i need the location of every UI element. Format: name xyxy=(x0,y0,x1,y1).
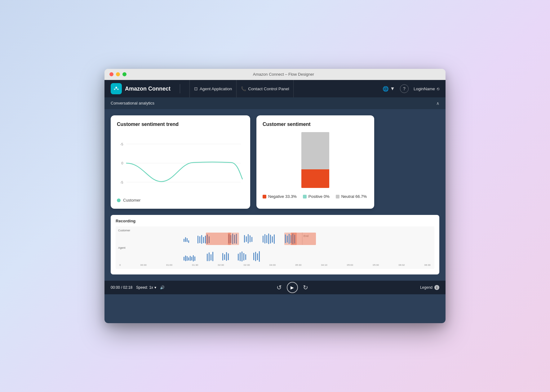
globe-icon: 🌐 xyxy=(383,86,389,92)
agent-track-label: Agent xyxy=(118,246,432,249)
speed-control[interactable]: Speed: 1x ▾ xyxy=(136,285,156,290)
sentiment-card-title: Customer sentiment xyxy=(263,122,368,127)
browser-title: Amazon Connect – Flow Designer xyxy=(126,72,441,77)
agent-application-link[interactable]: ⊡ Agent Application xyxy=(189,80,237,97)
nav-right: 🌐 ▼ ? LoginName ⎋ xyxy=(383,84,439,93)
playback-left: 00:00 / 02:18 Speed: 1x ▾ 🔊 xyxy=(111,285,165,290)
collapse-button[interactable]: ∧ xyxy=(436,101,439,106)
globe-button[interactable]: 🌐 ▼ xyxy=(383,86,395,92)
browser-window: Amazon Connect – Flow Designer Amazon Co… xyxy=(104,69,446,323)
cards-row: Customer sentiment trend -5 0 -5 xyxy=(104,109,446,209)
time-mark-200: 02:00 xyxy=(218,264,224,266)
speed-label: Speed: xyxy=(136,285,148,290)
conversational-analytics-tab[interactable]: Conversational analytics xyxy=(111,98,154,109)
current-time: 00:00 xyxy=(111,285,120,290)
app-content: Amazon Connect ⊡ Agent Application 📞 Con… xyxy=(104,80,446,323)
svg-rect-32 xyxy=(251,237,252,242)
legend-neutral: Neutral 66.7% xyxy=(336,194,367,199)
speed-chevron: ▾ xyxy=(154,285,156,290)
legend-label: Legend xyxy=(420,285,432,290)
total-time: 02:18 xyxy=(123,285,132,290)
svg-rect-11 xyxy=(184,239,184,242)
close-button[interactable] xyxy=(109,72,113,76)
time-mark-602: 06:02 xyxy=(399,264,405,266)
svg-rect-14 xyxy=(188,240,189,243)
play-pause-button[interactable]: ▶ xyxy=(287,282,298,293)
svg-rect-61 xyxy=(222,253,223,261)
svg-rect-66 xyxy=(240,252,241,261)
rewind-button[interactable]: ↺ xyxy=(277,284,282,291)
svg-rect-31 xyxy=(250,235,251,242)
svg-rect-41 xyxy=(285,234,286,243)
svg-rect-50 xyxy=(185,256,186,261)
globe-chevron: ▼ xyxy=(390,86,395,91)
svg-rect-73 xyxy=(259,251,260,262)
trend-chart-svg: -5 0 -5 xyxy=(117,132,244,194)
fullscreen-button[interactable] xyxy=(122,72,126,76)
svg-rect-12 xyxy=(185,237,186,242)
svg-rect-42 xyxy=(287,236,288,243)
svg-text:-5: -5 xyxy=(120,142,123,146)
customer-sentiment-card: Customer sentiment Negative 33.3% xyxy=(256,115,374,209)
svg-rect-15 xyxy=(197,236,198,243)
svg-rect-39 xyxy=(274,234,275,244)
svg-rect-68 xyxy=(243,253,244,261)
agent-waveform-svg xyxy=(118,250,432,262)
svg-rect-38 xyxy=(272,236,273,243)
legend-info-icon[interactable]: ℹ xyxy=(434,285,439,290)
svg-rect-54 xyxy=(191,257,192,261)
time-mark-630: 06:30 xyxy=(424,264,431,266)
nav-divider xyxy=(180,84,180,93)
legend-label-customer: Customer xyxy=(123,198,140,203)
legend-negative: Negative 33.3% xyxy=(263,194,297,199)
bar-neutral xyxy=(301,132,329,169)
time-mark-100: 01:00 xyxy=(166,264,172,266)
svg-rect-56 xyxy=(194,256,195,261)
svg-rect-43 xyxy=(289,234,290,244)
agent-waveform xyxy=(118,250,432,262)
sentiment-trend-card: Customer sentiment trend -5 0 -5 xyxy=(111,115,250,209)
waveform-area: Customer xyxy=(116,226,434,269)
recording-title: Recording xyxy=(116,219,434,223)
svg-text:-5: -5 xyxy=(120,180,123,184)
svg-rect-34 xyxy=(264,234,265,243)
svg-rect-35 xyxy=(266,235,267,243)
play-icon: ▶ xyxy=(291,285,294,290)
recording-section: Recording Customer xyxy=(111,215,439,274)
forward-button[interactable]: ↻ xyxy=(303,284,308,291)
minimize-button[interactable] xyxy=(116,72,120,76)
time-mark-550: 05:30 xyxy=(373,264,379,266)
traffic-lights xyxy=(109,72,126,76)
username-label: LoginName xyxy=(414,87,435,91)
customer-waveform-svg: End xyxy=(118,233,432,245)
playback-right: Legend ℹ xyxy=(420,285,439,290)
svg-rect-72 xyxy=(257,253,258,260)
phone-icon: 📞 xyxy=(241,86,246,91)
nav-brand: Amazon Connect xyxy=(125,86,171,92)
svg-rect-65 xyxy=(238,254,239,261)
agent-application-label: Agent Application xyxy=(200,87,232,91)
svg-rect-28 xyxy=(244,235,245,243)
svg-rect-49 xyxy=(184,257,184,261)
svg-point-0 xyxy=(115,87,117,89)
highlight-2 xyxy=(291,233,316,245)
svg-rect-52 xyxy=(188,257,189,261)
help-button[interactable]: ? xyxy=(400,84,409,93)
svg-rect-63 xyxy=(226,252,227,261)
negative-label: Negative 33.3% xyxy=(268,194,297,199)
svg-rect-36 xyxy=(268,234,269,244)
svg-rect-29 xyxy=(246,236,247,242)
bar-negative xyxy=(301,169,329,188)
time-display: 00:00 / 02:18 xyxy=(111,285,132,290)
monitor-icon: ⊡ xyxy=(194,86,198,91)
svg-rect-60 xyxy=(212,252,213,261)
customer-track-label: Customer xyxy=(118,229,432,232)
stacked-bar-container xyxy=(263,132,368,188)
svg-rect-57 xyxy=(207,254,208,261)
user-menu[interactable]: LoginName ⎋ xyxy=(414,87,439,91)
customer-waveform: End xyxy=(118,233,432,245)
sentiment-legend: Negative 33.3% Positive 0% Neutral 66.7% xyxy=(263,194,368,199)
volume-icon[interactable]: 🔊 xyxy=(160,285,165,290)
time-mark-500: 05:00 xyxy=(347,264,353,266)
contact-control-panel-link[interactable]: 📞 Contact Control Panel xyxy=(237,80,294,97)
